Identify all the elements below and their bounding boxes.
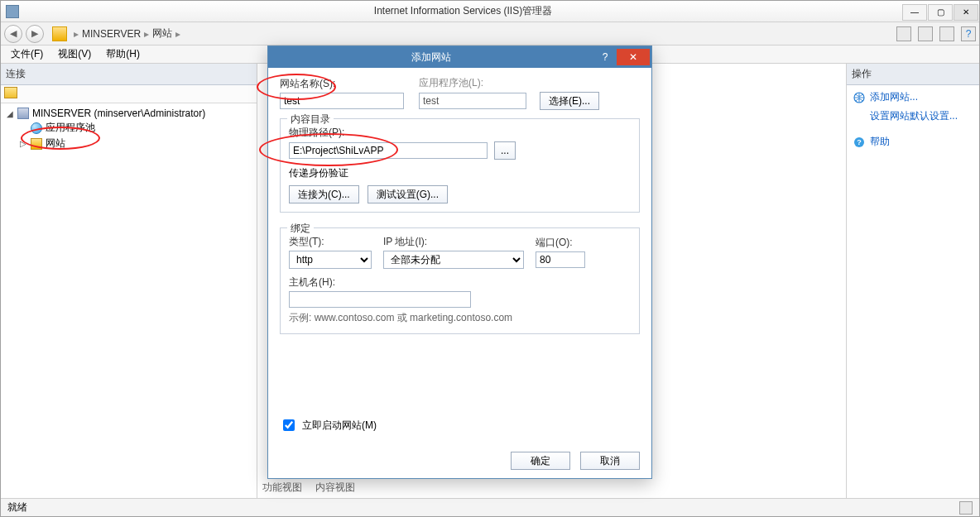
tree-node-server[interactable]: ◢ MINSERVER (minserver\Administrator) bbox=[2, 107, 255, 120]
dialog-titlebar: 添加网站 ? ✕ bbox=[268, 46, 651, 68]
start-immediately-row: 立即启动网站(M) bbox=[280, 417, 640, 433]
statusbar: 就绪 bbox=[1, 498, 979, 516]
chevron-right-icon: ▸ bbox=[74, 28, 79, 40]
action-add-website[interactable]: 添加网站... bbox=[853, 90, 973, 104]
binding-host-label: 主机名(H): bbox=[289, 275, 631, 290]
titlebar: Internet Information Services (IIS)管理器 —… bbox=[1, 1, 979, 22]
add-website-dialog: 添加网站 ? ✕ 网站名称(S): 应用程序池(L): 选择(E)... bbox=[267, 45, 652, 479]
start-immediately-checkbox[interactable] bbox=[283, 419, 295, 431]
nav-tool-icon-2[interactable] bbox=[918, 26, 933, 41]
home-icon[interactable] bbox=[52, 26, 67, 41]
dialog-close-button[interactable]: ✕ bbox=[617, 49, 650, 65]
passthrough-auth-label: 传递身份验证 bbox=[289, 166, 631, 180]
start-immediately-label: 立即启动网站(M) bbox=[302, 419, 377, 433]
nav-forward-button[interactable]: ▶ bbox=[26, 25, 44, 43]
dialog-help-button[interactable]: ? bbox=[593, 49, 617, 65]
app-icon bbox=[6, 5, 19, 18]
action-add-website-label: 添加网站... bbox=[870, 90, 918, 104]
physical-path-input[interactable] bbox=[289, 142, 488, 159]
tree-label-sites: 网站 bbox=[46, 136, 65, 151]
dialog-body: 网站名称(S): 应用程序池(L): 选择(E)... 内容目录 物理路径(P)… bbox=[268, 68, 651, 443]
navbar: ◀ ▶ ▸ MINSERVER ▸ 网站 ▸ ? bbox=[1, 22, 979, 45]
tab-features-view[interactable]: 功能视图 bbox=[262, 481, 302, 495]
binding-ip-select[interactable]: 全部未分配 bbox=[383, 251, 524, 269]
row-sitename-apppool: 网站名称(S): 应用程序池(L): 选择(E)... bbox=[280, 76, 640, 110]
dialog-footer: 确定 取消 bbox=[268, 443, 651, 478]
tree-label-server: MINSERVER (minserver\Administrator) bbox=[32, 108, 205, 119]
test-settings-button[interactable]: 测试设置(G)... bbox=[368, 185, 448, 203]
binding-port-label: 端口(O): bbox=[536, 236, 585, 250]
binding-port-input[interactable] bbox=[536, 251, 585, 268]
statusbar-tray-icon[interactable] bbox=[959, 501, 973, 515]
chevron-right-icon: ▸ bbox=[144, 28, 149, 40]
action-set-defaults[interactable]: 设置网站默认设置... bbox=[853, 109, 973, 123]
connections-tree[interactable]: ◢ MINSERVER (minserver\Administrator) 应用… bbox=[1, 103, 257, 498]
tree-node-sites[interactable]: ▷ 网站 bbox=[2, 136, 255, 151]
window-control-buttons: — ▢ ✕ bbox=[902, 2, 979, 21]
tab-content-view[interactable]: 内容视图 bbox=[315, 481, 355, 495]
site-name-label: 网站名称(S): bbox=[280, 77, 404, 91]
dialog-title: 添加网站 bbox=[268, 50, 593, 65]
svg-text:?: ? bbox=[857, 138, 862, 146]
physical-path-label: 物理路径(P): bbox=[289, 127, 344, 138]
connections-header: 连接 bbox=[1, 64, 257, 85]
window-title: Internet Information Services (IIS)管理器 bbox=[24, 4, 902, 18]
expander-icon[interactable]: ◢ bbox=[6, 109, 14, 118]
menu-help[interactable]: 帮助(H) bbox=[99, 45, 147, 63]
ok-button[interactable]: 确定 bbox=[511, 452, 570, 470]
sites-icon bbox=[31, 138, 42, 150]
connections-panel: 连接 ◢ MINSERVER (minserver\Administrator)… bbox=[1, 64, 257, 498]
center-view-tabs: 功能视图 内容视图 bbox=[262, 481, 355, 495]
menu-view[interactable]: 视图(V) bbox=[51, 45, 98, 63]
minimize-button[interactable]: — bbox=[902, 4, 927, 21]
globe-icon bbox=[853, 92, 865, 103]
nav-back-button[interactable]: ◀ bbox=[4, 25, 22, 43]
close-button[interactable]: ✕ bbox=[954, 4, 978, 21]
nav-help-icon[interactable]: ? bbox=[961, 26, 976, 41]
binding-type-label: 类型(T): bbox=[289, 235, 372, 249]
menu-file[interactable]: 文件(F) bbox=[4, 45, 50, 63]
tree-label-apppools: 应用程序池 bbox=[46, 121, 95, 135]
binding-host-input[interactable] bbox=[289, 291, 471, 308]
connections-toolbar bbox=[1, 85, 257, 103]
select-apppool-button[interactable]: 选择(E)... bbox=[540, 92, 599, 110]
binding-ip-label: IP 地址(I): bbox=[383, 235, 524, 249]
browse-path-button[interactable]: ... bbox=[494, 141, 516, 160]
app-window: Internet Information Services (IIS)管理器 —… bbox=[0, 0, 980, 517]
actions-list: 添加网站... 设置网站默认设置... ? 帮助 bbox=[847, 85, 979, 154]
content-directory-legend: 内容目录 bbox=[287, 112, 334, 127]
status-ready: 就绪 bbox=[7, 500, 27, 515]
action-help[interactable]: ? 帮助 bbox=[853, 135, 973, 149]
chevron-right-icon: ▸ bbox=[175, 28, 180, 40]
app-pool-input bbox=[419, 93, 526, 109]
tree-node-apppools[interactable]: 应用程序池 bbox=[2, 120, 255, 136]
binding-type-select[interactable]: http bbox=[289, 251, 372, 269]
app-pool-label: 应用程序池(L): bbox=[419, 76, 599, 90]
actions-header: 操作 bbox=[847, 64, 979, 85]
content-directory-group: 内容目录 物理路径(P): ... 传递身份验证 连接为(C)... 测试设置(… bbox=[280, 118, 640, 213]
server-icon bbox=[17, 108, 29, 119]
site-name-input[interactable] bbox=[280, 93, 404, 109]
cancel-button[interactable]: 取消 bbox=[580, 452, 640, 470]
action-help-label: 帮助 bbox=[870, 135, 890, 149]
apppool-icon bbox=[31, 122, 42, 134]
expander-icon[interactable]: ▷ bbox=[19, 139, 27, 148]
nav-tool-icon-3[interactable] bbox=[939, 26, 954, 41]
binding-group: 绑定 类型(T): http IP 地址(I): 全部未分配 bbox=[280, 227, 640, 334]
actions-panel: 操作 添加网站... 设置网站默认设置... ? 帮助 bbox=[847, 64, 979, 498]
connect-as-button[interactable]: 连接为(C)... bbox=[289, 185, 359, 203]
breadcrumb-server[interactable]: MINSERVER bbox=[82, 28, 141, 40]
nav-tool-icon-1[interactable] bbox=[896, 26, 911, 41]
binding-legend: 绑定 bbox=[287, 222, 314, 236]
help-icon: ? bbox=[853, 136, 865, 148]
breadcrumb[interactable]: ▸ MINSERVER ▸ 网站 ▸ bbox=[74, 26, 180, 41]
maximize-button[interactable]: ▢ bbox=[928, 4, 953, 21]
breadcrumb-sites[interactable]: 网站 bbox=[152, 26, 172, 41]
new-connection-icon[interactable] bbox=[4, 87, 17, 98]
binding-host-example: 示例: www.contoso.com 或 marketing.contoso.… bbox=[289, 311, 631, 325]
